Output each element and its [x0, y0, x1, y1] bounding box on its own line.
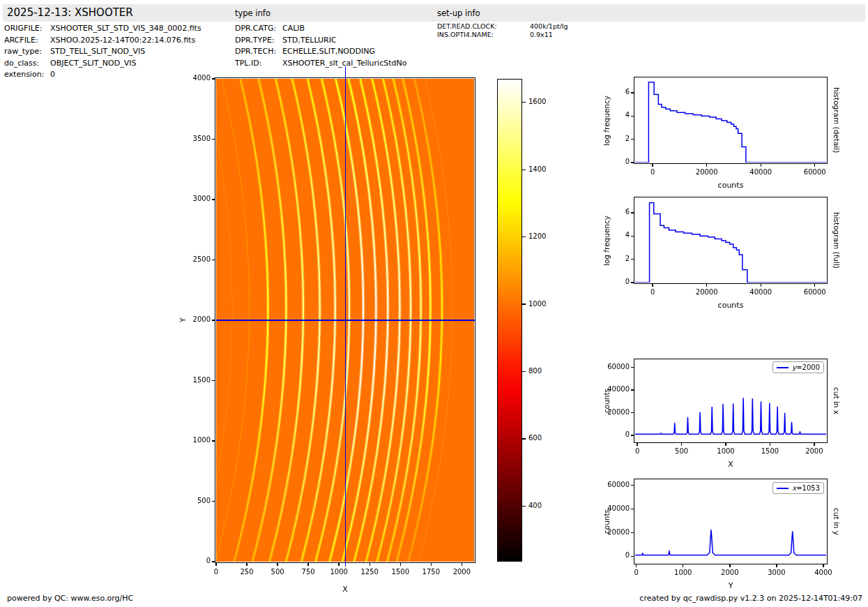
y-tick-mark — [631, 435, 634, 435]
x-tick-mark — [636, 564, 637, 568]
legend-cut-y: x=1053 — [772, 482, 824, 494]
y-tick-mark — [212, 139, 215, 140]
colorbar-tick-label: 1600 — [528, 98, 546, 105]
crosshair-vertical-line — [345, 66, 346, 567]
y-tick-mark — [212, 561, 215, 562]
colorbar-tick-mark — [522, 371, 526, 372]
right-side-label: cut in y — [831, 480, 842, 563]
x-tick-mark — [761, 284, 761, 287]
x-tick-mark — [725, 443, 726, 447]
x-tick-label: 1000 — [662, 569, 704, 576]
file-info-value: XSHOO.2025-12-14T00:22:14.076.fits — [50, 36, 195, 45]
colorbar — [497, 79, 522, 562]
y-tick-mark — [631, 532, 634, 533]
type-info-row: DPR.TECH:ECHELLE,SLIT,NODDING — [235, 46, 406, 58]
x-tick-mark — [706, 284, 707, 287]
x-tick-mark — [277, 563, 277, 567]
setup-info-value: 400k/1pt/lg — [530, 22, 568, 30]
y-tick-mark — [631, 556, 634, 557]
right-side-label: histogram (full) — [831, 198, 842, 283]
file-info-row: ORIGFILE:XSHOOTER_SLT_STD_VIS_348_0002.f… — [4, 23, 201, 35]
legend-line-sample — [777, 367, 789, 368]
y-tick-mark — [631, 116, 634, 117]
x-tick-label: 20000 — [686, 168, 728, 176]
file-info-label: ORIGFILE: — [4, 23, 50, 35]
y-tick-label: 0 — [595, 551, 630, 559]
x-axis-label: counts — [635, 181, 826, 190]
y-tick-mark — [212, 440, 215, 441]
x-tick-label: 0 — [616, 569, 657, 576]
x-tick-label: 1000 — [705, 447, 747, 455]
y-axis-label: Y — [177, 79, 188, 562]
type-info-row: DPR.TYPE:STD,TELLURIC — [235, 35, 406, 47]
file-info-value: 0 — [50, 70, 55, 79]
y-tick-label: 0 — [595, 278, 630, 285]
crosshair-horizontal-line — [216, 320, 475, 320]
y-tick-mark — [212, 260, 215, 260]
x-tick-mark — [683, 564, 683, 568]
footer-created-by: created by qc_rawdisp.py v1.2.3 on 2025-… — [639, 594, 862, 603]
page-title: 2025-12-13: XSHOOTER — [7, 6, 133, 19]
y-tick-mark — [212, 78, 215, 79]
y-tick-mark — [631, 162, 634, 163]
y-axis-label: log frequency — [601, 78, 612, 163]
colorbar-tick-mark — [522, 438, 526, 439]
y-axis-label: log frequency — [601, 198, 612, 283]
x-tick-mark — [681, 443, 682, 447]
colorbar-tick-mark — [522, 170, 526, 170]
colorbar-tick-mark — [522, 304, 526, 304]
y-tick-label: 2 — [595, 255, 630, 262]
y-axis-label: counts — [601, 360, 612, 442]
type-info-label: DPR.CATG: — [235, 23, 282, 35]
x-tick-mark — [307, 563, 308, 567]
x-tick-mark — [400, 563, 401, 567]
x-tick-label: 2000 — [793, 447, 835, 455]
type-info-value: STD,TELLURIC — [282, 36, 337, 45]
type-info-row: DPR.CATG:CALIB — [235, 23, 406, 35]
x-tick-label: 4000 — [802, 569, 844, 576]
y-tick-mark — [212, 199, 215, 200]
x-tick-mark — [814, 164, 815, 167]
x-tick-label: 60000 — [794, 168, 836, 176]
x-axis-label: counts — [635, 301, 826, 310]
setup-info-label: INS.OPTI4.NAME: — [437, 31, 530, 39]
x-tick-mark — [462, 563, 462, 567]
y-tick-label: 60000 — [595, 481, 630, 488]
x-tick-mark — [814, 284, 815, 287]
type-info-value: ECHELLE,SLIT,NODDING — [282, 47, 375, 56]
x-tick-mark — [246, 563, 247, 567]
setup-info-label: DET.READ.CLOCK: — [437, 22, 530, 31]
y-tick-label: 6 — [595, 208, 630, 216]
y-tick-label: 60000 — [595, 363, 630, 370]
y-tick-label: 0 — [595, 430, 630, 438]
type-info-title: type info — [235, 8, 271, 18]
y-tick-label: 20000 — [595, 528, 630, 536]
y-tick-label: 0 — [595, 158, 630, 165]
x-tick-mark — [215, 563, 216, 567]
y-tick-mark — [631, 389, 634, 390]
file-info-row: do_class:OBJECT_SLIT_NOD_VIS — [4, 58, 201, 70]
y-tick-mark — [631, 485, 634, 486]
histogram-detail-canvas — [635, 78, 826, 163]
colorbar-tick-label: 1400 — [528, 165, 546, 173]
setup-info-block: DET.READ.CLOCK:400k/1pt/lg INS.OPTI4.NAM… — [437, 22, 568, 39]
y-tick-mark — [631, 92, 634, 93]
y-tick-label: 4 — [595, 111, 630, 119]
x-tick-label: 2000 — [709, 569, 751, 576]
x-tick-mark — [338, 563, 339, 567]
x-tick-mark — [776, 564, 777, 568]
colorbar-tick-label: 400 — [528, 502, 542, 509]
x-tick-label: 3000 — [756, 569, 798, 576]
y-tick-label: 4 — [595, 231, 630, 239]
y-tick-mark — [631, 212, 634, 213]
x-tick-label: 0 — [632, 168, 673, 176]
x-tick-mark — [652, 164, 653, 167]
x-tick-label: 500 — [661, 447, 703, 455]
type-info-value: CALIB — [282, 24, 305, 33]
file-info-value: STD_TELL_SLIT_NOD_VIS — [50, 47, 145, 56]
y-tick-mark — [212, 501, 215, 502]
y-tick-label: 40000 — [595, 504, 630, 512]
colorbar-tick-mark — [522, 237, 526, 237]
x-tick-label: 40000 — [740, 168, 782, 176]
y-tick-mark — [631, 282, 634, 283]
